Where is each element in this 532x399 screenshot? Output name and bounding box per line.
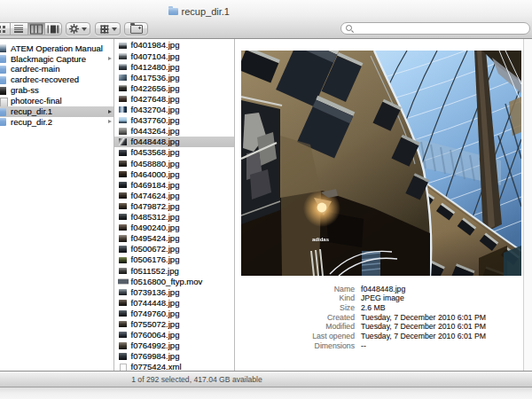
svg-text:adidas: adidas xyxy=(312,237,330,242)
